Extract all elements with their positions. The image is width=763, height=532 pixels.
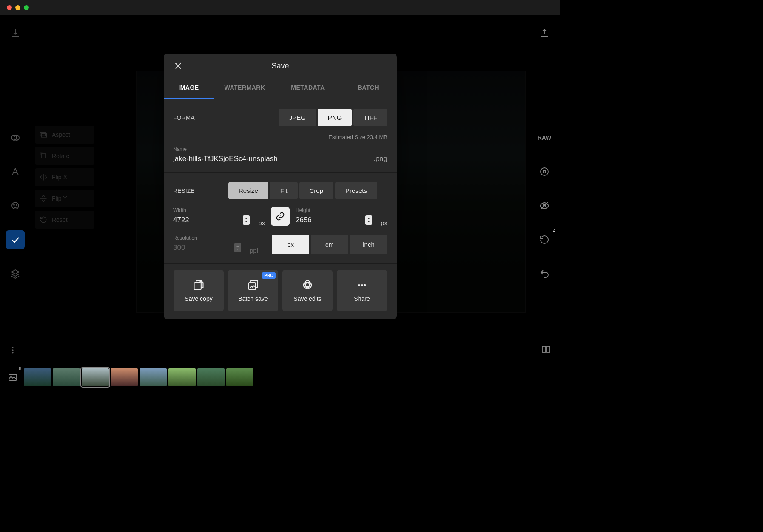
tab-batch[interactable]: BATCH [340, 78, 397, 99]
share-label: Share [354, 295, 370, 302]
resolution-input [173, 242, 231, 254]
save-edits-button[interactable]: Save edits [282, 270, 333, 311]
resize-segmented: Resize Fit Crop Presets [228, 182, 377, 199]
tab-watermark[interactable]: WATERMARK [214, 78, 276, 99]
batch-save-button[interactable]: PRO Batch save [228, 270, 278, 311]
unit-px[interactable]: px [272, 235, 309, 254]
width-stepper[interactable] [243, 215, 250, 225]
resolution-unit: ppi [250, 247, 258, 254]
resize-mode-fit[interactable]: Fit [270, 182, 298, 199]
pro-badge: PRO [262, 272, 276, 279]
unit-cm[interactable]: cm [311, 235, 348, 254]
name-input[interactable] [173, 153, 362, 165]
height-unit: px [381, 219, 387, 226]
format-segmented: JPEG PNG TIFF [279, 109, 387, 126]
resolution-label: Resolution [173, 235, 241, 241]
titlebar [0, 0, 560, 15]
svg-point-24 [364, 284, 366, 286]
height-stepper[interactable] [365, 215, 372, 225]
unit-segmented: px cm inch [272, 235, 387, 254]
svg-point-22 [358, 284, 360, 286]
modal-footer: Save copy PRO Batch save Save edits Shar… [164, 263, 397, 319]
resize-mode-presets[interactable]: Presets [335, 182, 377, 199]
unit-inch[interactable]: inch [350, 235, 387, 254]
modal-tabs: IMAGE WATERMARK METADATA BATCH [164, 78, 397, 99]
resize-label: RESIZE [173, 187, 228, 194]
window-zoom-button[interactable] [24, 5, 29, 10]
window-close-button[interactable] [7, 5, 12, 10]
save-edits-label: Save edits [293, 295, 321, 302]
link-dimensions-icon[interactable] [271, 207, 290, 226]
format-label: FORMAT [173, 114, 228, 121]
save-copy-label: Save copy [185, 295, 212, 302]
width-input[interactable] [173, 214, 239, 226]
format-tiff[interactable]: TIFF [353, 109, 387, 126]
tab-metadata[interactable]: METADATA [276, 78, 340, 99]
resolution-stepper [234, 243, 241, 252]
height-label: Height [296, 207, 372, 213]
modal-title: Save [164, 62, 397, 71]
save-copy-button[interactable]: Save copy [174, 270, 224, 311]
tab-image[interactable]: IMAGE [164, 78, 214, 99]
window-minimize-button[interactable] [15, 5, 20, 10]
width-unit: px [258, 219, 265, 226]
svg-rect-17 [194, 283, 201, 289]
close-icon[interactable] [172, 60, 184, 72]
resize-mode-resize[interactable]: Resize [228, 182, 268, 199]
format-png[interactable]: PNG [318, 109, 352, 126]
height-input[interactable] [296, 214, 362, 226]
estimated-size: Estimated Size 23.4 MB [173, 134, 387, 140]
save-modal: Save IMAGE WATERMARK METADATA BATCH FORM… [164, 54, 397, 319]
format-jpeg[interactable]: JPEG [279, 109, 316, 126]
file-extension: .png [367, 155, 387, 163]
resize-mode-crop[interactable]: Crop [299, 182, 334, 199]
width-label: Width [173, 207, 250, 213]
svg-point-23 [361, 284, 363, 286]
share-button[interactable]: Share [337, 270, 387, 311]
batch-save-label: Batch save [238, 295, 268, 302]
name-label: Name [173, 146, 387, 152]
